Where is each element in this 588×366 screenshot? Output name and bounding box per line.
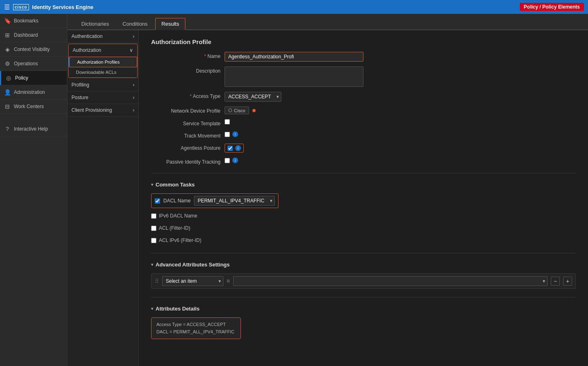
equals-sign: = [227, 278, 230, 284]
network-device-row: ⬡ Cisco [225, 106, 256, 114]
app-title: Identity Services Engine [32, 4, 94, 10]
policy-section-authorization[interactable]: Authorization ∨ [69, 44, 137, 57]
cisco-badge: ⬡ Cisco [225, 106, 249, 114]
policy-section-authentication[interactable]: Authentication › [67, 30, 138, 43]
advanced-attrs-title: Advanced Attributes Settings [156, 262, 230, 268]
passive-identity-checkbox[interactable] [225, 158, 230, 163]
track-movement-label: Track Movement [151, 131, 220, 139]
sidebar-item-label-context: Context Visibility [14, 47, 50, 52]
form-row-agentless-posture: Agentless Posture i [151, 144, 576, 153]
access-type-select[interactable]: ACCESS_ACCEPT ACCESS_REJECT [225, 92, 281, 102]
cisco-logo: cisco [13, 4, 29, 10]
policy-section-profiling[interactable]: Profiling › [67, 79, 138, 91]
name-input[interactable] [225, 52, 363, 62]
tab-dictionaries[interactable]: Dictionaries [76, 18, 115, 30]
topbar: ☰ cisco Identity Services Engine Policy … [0, 0, 588, 14]
acl-filter-checkbox[interactable] [151, 226, 156, 231]
attr-select-wrapper: Select an item [162, 276, 223, 286]
attr-value-wrapper [233, 276, 548, 286]
track-movement-row: i [225, 131, 238, 137]
sidebar-item-help[interactable]: ? Interactive Help [0, 122, 67, 136]
description-input[interactable] [225, 67, 363, 87]
sidebar-item-label-bookmarks: Bookmarks [14, 18, 38, 24]
service-template-label: Service Template [151, 119, 220, 126]
attributes-details-box: Access Type = ACCESS_ACCEPT DACL = PERMI… [151, 317, 241, 339]
attr-value-select[interactable] [233, 276, 548, 286]
menu-icon[interactable]: ☰ [4, 3, 10, 11]
tab-results[interactable]: Results [155, 18, 185, 30]
chevron-down-icon: ∨ [129, 47, 133, 53]
dacl-name-checkbox[interactable] [155, 198, 160, 204]
attr-detail-1: Access Type = ACCESS_ACCEPT [156, 321, 236, 328]
track-movement-info-icon[interactable]: i [232, 131, 238, 137]
agentless-posture-info-icon[interactable]: i [235, 145, 241, 151]
attributes-details-header[interactable]: ▾ Attributes Details [151, 306, 576, 312]
dacl-name-select[interactable]: PERMIT_ALL_IPV4_TRAFFIC DENY_ALL_IPV4_TR… [194, 196, 275, 206]
service-template-checkbox[interactable] [225, 119, 230, 124]
acl-ipv6-filter-checkbox[interactable] [151, 238, 156, 243]
dacl-select-wrapper: PERMIT_ALL_IPV4_TRAFFIC DENY_ALL_IPV4_TR… [194, 196, 275, 206]
access-type-label: * Access Type [151, 92, 220, 99]
agentless-posture-checkbox[interactable] [227, 146, 233, 151]
sidebar-item-label-dashboard: Dashboard [14, 32, 38, 38]
form-row-track-movement: Track Movement i [151, 131, 576, 139]
drag-handle-icon[interactable]: ⠿ [155, 278, 159, 284]
sidebar: 🔖 Bookmarks ⊞ Dashboard ◈ Context Visibi… [0, 14, 67, 366]
attr-remove-button[interactable]: − [551, 277, 560, 286]
policy-sub-auth-profiles[interactable]: Authorization Profiles [69, 57, 137, 67]
attr-add-button[interactable]: + [563, 277, 572, 286]
policy-sub-downloadable-acls[interactable]: Downloadable ACLs [69, 67, 137, 78]
chevron-right-client-icon: › [133, 107, 134, 113]
administration-icon: 👤 [4, 89, 11, 95]
content-wrapper: Dictionaries Conditions Results Authenti… [67, 14, 588, 366]
ipv6-dacl-checkbox[interactable] [151, 213, 156, 219]
ipv6-dacl-row: IPv6 DACL Name [151, 211, 576, 220]
help-icon: ? [4, 126, 11, 132]
form-row-name: * Name [151, 52, 576, 62]
chevron-right-posture-icon: › [133, 95, 134, 100]
form-row-service-template: Service Template [151, 119, 576, 126]
sidebar-item-administration[interactable]: 👤 Administration [0, 85, 67, 100]
policy-section-client-provisioning[interactable]: Client Provisioning › [67, 104, 138, 117]
track-movement-checkbox[interactable] [225, 132, 230, 137]
common-tasks-header[interactable]: ▾ Common Tasks [151, 182, 576, 188]
separator-1 [151, 173, 576, 173]
attributes-details-title: Attributes Details [156, 306, 200, 312]
sidebar-item-dashboard[interactable]: ⊞ Dashboard [0, 28, 67, 42]
attr-row-1: ⠿ Select an item = − [151, 273, 576, 289]
passive-identity-info-icon[interactable]: i [232, 157, 238, 163]
breadcrumb: Policy / Policy Elements [520, 3, 584, 11]
policy-section-posture[interactable]: Posture › [67, 91, 138, 104]
advanced-attrs-header[interactable]: ▾ Advanced Attributes Settings [151, 262, 576, 268]
policy-sidebar: Authentication › Authorization ∨ Authori… [67, 30, 139, 366]
sidebar-item-label-work: Work Centers [14, 104, 44, 109]
bookmarks-icon: 🔖 [4, 18, 11, 24]
main-content: Authorization Profile * Name Description [139, 30, 588, 366]
topbar-left: ☰ cisco Identity Services Engine [4, 3, 94, 11]
sidebar-item-policy[interactable]: ◎ Policy [0, 71, 67, 85]
sidebar-item-label-help: Interactive Help [14, 126, 48, 132]
separator-2 [151, 253, 576, 253]
acl-filter-row: ACL (Filter-ID) [151, 224, 576, 233]
attr-detail-2: DACL = PERMIT_ALL_IPV4_TRAFFIC [156, 328, 236, 336]
attr-item-select[interactable]: Select an item [162, 276, 223, 286]
form-row-access-type: * Access Type ACCESS_ACCEPT ACCESS_REJEC… [151, 92, 576, 102]
ipv6-dacl-label: IPv6 DACL Name [159, 213, 197, 219]
sidebar-item-context-visibility[interactable]: ◈ Context Visibility [0, 42, 67, 57]
tab-conditions[interactable]: Conditions [117, 18, 153, 30]
sidebar-item-operations[interactable]: ⚙ Operations [0, 57, 67, 71]
operations-icon: ⚙ [4, 60, 11, 67]
advanced-attrs-chevron: ▾ [151, 262, 153, 267]
sidebar-item-label-admin: Administration [14, 89, 45, 95]
acl-ipv6-filter-row: ACL IPv6 (Filter-ID) [151, 236, 576, 245]
dacl-name-row: DACL Name PERMIT_ALL_IPV4_TRAFFIC DENY_A… [151, 193, 278, 208]
sidebar-item-work-centers[interactable]: ⊟ Work Centers [0, 100, 67, 114]
layout: 🔖 Bookmarks ⊞ Dashboard ◈ Context Visibi… [0, 14, 588, 366]
work-centers-icon: ⊟ [4, 103, 11, 110]
network-device-label: Network Device Profile [151, 106, 220, 114]
policy-icon: ◎ [5, 75, 12, 81]
access-type-select-wrapper: ACCESS_ACCEPT ACCESS_REJECT [225, 92, 281, 102]
passive-identity-row: i [225, 157, 238, 163]
subnav: Dictionaries Conditions Results [67, 14, 588, 30]
sidebar-item-bookmarks[interactable]: 🔖 Bookmarks [0, 14, 67, 28]
